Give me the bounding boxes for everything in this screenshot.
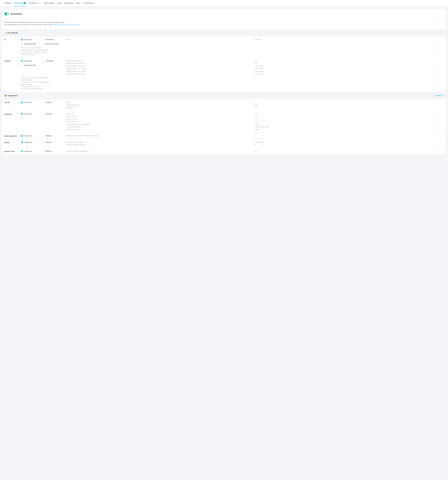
radio-option[interactable]: Leave as is — [21, 38, 43, 41]
param-code-item: referer header — [255, 141, 444, 143]
param-desc-item: Session ID — [66, 113, 255, 115]
radio-icon — [21, 101, 23, 103]
radio-label: Leave as is — [24, 141, 32, 144]
tab-analytics[interactable]: Analytics(Beta) — [29, 0, 41, 6]
param-desc-item: Document Referrer Parameter — [66, 144, 255, 146]
radio-option[interactable]: Leave as is — [21, 150, 43, 152]
param-desc-item: User IP — [66, 38, 255, 41]
param-code-item: _ga_* cookies — [255, 68, 444, 70]
radio-icon — [43, 43, 45, 45]
param-row: Session CountLeave as isRemovecontainer.… — [2, 148, 446, 155]
radio-icon — [43, 150, 45, 152]
radio-icon — [43, 135, 45, 137]
param-desc-col: Remove query paramaters from Document Lo… — [66, 135, 255, 137]
param-row: IPLeave as isAnonymize StrictAnonymizeAn… — [2, 36, 446, 58]
tab-monitoring[interactable]: Monitoring — [64, 0, 73, 6]
param-desc-item: Remove query paramaters from Document Lo… — [66, 135, 255, 137]
tab-label: Settings — [4, 2, 11, 4]
tab-label: Monitoring — [64, 2, 73, 4]
tab-badge: 6 — [24, 2, 26, 4]
radio-option[interactable]: Leave as is — [21, 113, 43, 115]
param-code-item: IP Address — [255, 38, 444, 41]
param-desc-col: container.anonymize.parameter.sct — [66, 150, 255, 152]
radio-icon — [21, 135, 23, 137]
param-code-item: cid — [255, 60, 444, 62]
radio-label: Anonymize Smart — [46, 43, 58, 45]
param-code-col: sct — [255, 150, 444, 152]
radio-option[interactable]: Anonymize — [43, 60, 66, 62]
radio-label: Remove — [46, 135, 52, 137]
param-code-col: dl — [255, 135, 444, 137]
radio-icon — [21, 64, 23, 66]
tab-connections[interactable]: Connections — [84, 0, 94, 6]
radio-option[interactable]: Leave as is — [21, 60, 43, 62]
radio-option[interactable]: Remove — [43, 150, 66, 152]
tab-logs[interactable]: Logs — [57, 0, 61, 6]
param-label: Session ID — [4, 113, 21, 115]
tab-label: Subscription — [44, 2, 54, 4]
radio-icon — [43, 39, 45, 41]
radio-option[interactable]: Remove — [43, 113, 66, 115]
radio-option[interactable]: Leave as is — [21, 101, 43, 104]
tab-power-ups[interactable]: Power-Ups6 — [14, 0, 26, 6]
param-row: Session IDLeave as isRemoveSession IDSes… — [2, 111, 446, 133]
radio-label: Anonymize — [46, 60, 54, 62]
param-row: Client IDLeave as isAnonymize StrictAnon… — [2, 58, 446, 92]
radio-option[interactable]: Anonymize Smart — [43, 43, 66, 45]
desc-line: After enabling power up, use this link a… — [4, 23, 444, 26]
param-desc-item: How the user reached out the website — [66, 123, 255, 126]
tab-suffix: (Beta) — [37, 2, 41, 4]
param-helper-text: Anonymize - removes last octetAnonymize … — [21, 47, 50, 56]
param-code-item: gdid — [255, 104, 444, 106]
radio-option[interactable]: Leave as is — [21, 141, 43, 144]
param-desc-item: User Session ID — [66, 118, 255, 120]
section-header: 🙅General infoRemove all — [2, 92, 446, 99]
radio-icon — [43, 101, 45, 103]
section-header: 💡IP & Client ID — [2, 29, 446, 36]
param-label: Query parameters — [4, 135, 21, 137]
radio-icon — [43, 141, 45, 143]
card-description: Please choose the parameters that you wa… — [2, 19, 446, 29]
radio-option[interactable]: Remove — [43, 101, 66, 104]
param-helper-text: Work only if you use JavaScript Managed … — [21, 77, 50, 90]
param-desc-item: Google Analytics FPLC cookie — [66, 70, 255, 72]
radio-option[interactable]: Remove — [43, 141, 66, 144]
param-desc-item: Google Analytics _ga cookie — [66, 65, 255, 67]
param-desc-item: Google Analytics _ga_* cookies — [66, 68, 255, 70]
param-row: RefererLeave as isRemoveDocument Referre… — [2, 139, 446, 148]
radio-option[interactable]: Anonymize Strict — [21, 43, 43, 45]
radio-option[interactable]: Leave as is — [21, 135, 43, 137]
param-desc-item: User activity on the site — [66, 126, 255, 128]
radio-label: Remove — [46, 141, 52, 144]
radio-option[interactable]: Remove — [43, 135, 66, 137]
tab-store[interactable]: Store — [76, 0, 80, 6]
param-desc-col: Document Referrer HeaderDocument Referre… — [66, 141, 255, 146]
param-code-item: FPID cookie — [255, 73, 444, 75]
tab-label: Store — [76, 2, 80, 4]
param-code-item: sid — [255, 113, 444, 115]
tab-settings[interactable]: Settings — [4, 0, 11, 6]
param-code-col: IP Address — [255, 38, 444, 41]
param-code-item: jscid — [255, 62, 444, 64]
server-url-link[interactable]: https://eukuecpe.ap.stape.io/anonymize — [53, 24, 80, 25]
radio-option[interactable]: Anonymize — [43, 38, 66, 41]
param-row: Query parametersLeave as isRemoveRemove … — [2, 133, 446, 139]
param-label: Session Count — [4, 150, 21, 153]
param-desc-item: New Session ID — [66, 120, 255, 123]
param-code-item: _u — [255, 118, 444, 120]
param-code-col: uidgdid_fid — [255, 101, 444, 109]
anonymizer-toggle[interactable] — [4, 13, 9, 15]
radio-option[interactable]: Anonymize Strict — [21, 64, 43, 66]
radio-label: Anonymize Strict — [24, 64, 36, 66]
radio-icon — [43, 113, 45, 115]
param-code-item: _utma — [255, 128, 444, 131]
section-icon: 💡 — [4, 32, 7, 34]
radio-label: Anonymize — [46, 38, 54, 41]
remove-all-link[interactable]: Remove all — [435, 94, 444, 97]
radio-label: Remove — [46, 113, 52, 115]
tab-subscription[interactable]: Subscription — [44, 0, 54, 6]
param-code-col: referer headerdr — [255, 141, 444, 146]
radio-label: Remove — [46, 101, 52, 104]
param-label: Client ID — [4, 60, 21, 62]
param-desc-col: Session IDSession ID in UAUser Session I… — [66, 113, 255, 131]
